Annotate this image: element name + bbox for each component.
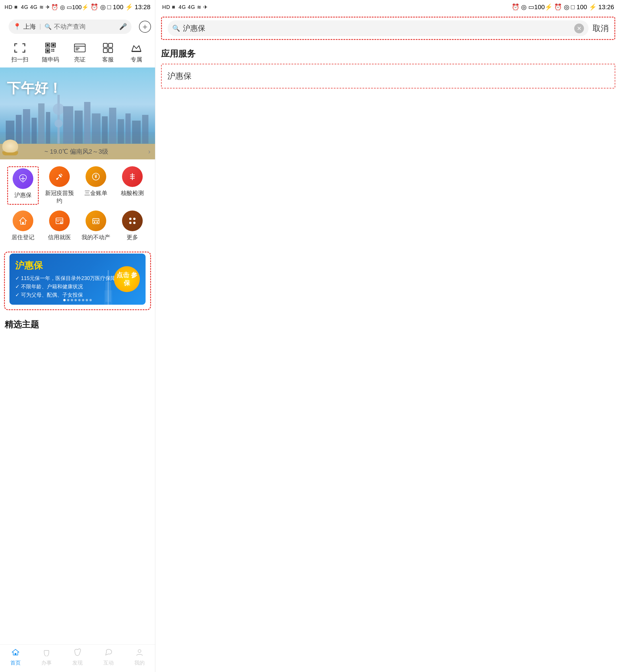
clock-icon: ⏰ [51,4,58,11]
svg-rect-25 [109,48,113,52]
svg-rect-31 [23,109,30,144]
work-icon [42,648,50,658]
search-divider [40,24,40,30]
service-grid: 沪惠保 新冠疫苗预约 ¥ 三金账单 核酸检测 [0,162,155,251]
service-item-property[interactable]: 我的不动产 [80,210,112,241]
service-item-credit[interactable]: 信用就医 [44,210,75,241]
svg-point-82 [138,649,141,653]
dot-8 [90,299,92,301]
svg-rect-68 [93,219,99,224]
quick-item-exclusive[interactable]: 专属 [129,42,144,64]
status-right: ⏰ ◎ ▭100⚡ ⏰ ◎ □ 100 ⚡ 13:28 [51,3,151,11]
svg-rect-70 [94,222,95,223]
quick-item-scan[interactable]: 扫一扫 [11,42,29,64]
nav-work[interactable]: 办事 [41,648,52,666]
weather-bar[interactable]: ~ 19.0℃ 偏南风2～3级 › [0,144,155,159]
dot-6 [82,299,84,301]
service-item-salary[interactable]: ¥ 三金账单 [80,166,112,205]
svg-marker-26 [132,46,141,51]
svg-rect-14 [51,49,52,50]
svg-rect-11 [52,44,54,46]
svg-rect-43 [109,108,116,144]
svg-rect-38 [63,106,73,144]
bottom-nav: 首页 办事 发现 互动 我的 [0,644,155,672]
location-icon: ◎ [60,4,65,11]
left-panel: HD◾ 4G 4G ≋ ✈ ⏰ ◎ ▭100⚡ ⏰ ◎ □ 100 ⚡ 13:2… [0,0,155,672]
scan-label: 扫一扫 [11,56,29,64]
dot-3 [71,299,73,301]
luhui-banner[interactable]: 沪惠保 ✓ 115元保一年，医保目录外230万医疗保障 ✓ 不限年龄、户籍和健康… [9,253,146,305]
right-time-display: ⏰ ◎ □ 100 ⚡ 13:26 [554,3,614,11]
dot-7 [86,299,88,301]
time-display: ⏰ ◎ □ 100 ⚡ 13:28 [90,3,151,11]
cancel-button[interactable]: 取消 [592,23,609,34]
vaccine-icon [49,166,70,187]
more-icon [122,210,143,231]
location-pin-icon: 📍 [13,23,21,31]
svg-rect-34 [46,112,50,144]
scan-icon [12,42,27,54]
svg-rect-1 [14,43,15,46]
svg-rect-33 [38,104,44,144]
quick-item-qrcode[interactable]: 随申码 [42,42,59,64]
nav-profile[interactable]: 我的 [134,648,145,666]
nav-home[interactable]: 首页 [10,648,21,666]
service-label: 客服 [102,56,114,64]
svg-rect-13 [46,50,49,52]
service-item-luhui[interactable]: 沪惠保 [7,166,39,205]
qrcode-icon [43,42,58,54]
service-item-residence[interactable]: 居住登记 [7,210,39,241]
service-row-1: 沪惠保 新冠疫苗预约 ¥ 三金账单 核酸检测 [5,166,151,205]
right-clock-icon: ⏰ [511,3,520,11]
service-item-vaccine[interactable]: 新冠疫苗预约 [44,166,75,205]
search-bar[interactable]: 📍 上海 🔍 不动产查询 🎤 [9,19,131,34]
svg-point-53 [56,178,58,180]
search-value: 沪惠保 [183,23,571,33]
svg-text:¥: ¥ [94,174,97,179]
quick-item-service[interactable]: 客服 [100,42,115,64]
service-row-2: 居住登记 信用就医 我的不动产 更多 [5,210,151,241]
section-heading: 应用服务 [155,42,621,64]
quick-item-cert[interactable]: 亮证 [72,42,87,64]
svg-rect-9 [46,44,49,46]
svg-rect-5 [14,52,17,52]
svg-rect-42 [102,116,108,144]
cert-icon [72,42,87,54]
residence-icon [13,210,33,231]
service-item-nucleic[interactable]: 核酸检测 [117,166,148,205]
location-text: 上海 [23,23,36,31]
svg-point-36 [53,104,64,115]
weather-text: ~ 19.0℃ 偏南风2～3级 [5,147,148,156]
svg-rect-24 [104,48,108,52]
service-item-more[interactable]: 更多 [117,210,148,241]
svg-rect-40 [84,102,90,144]
svg-point-72 [129,218,131,220]
home-icon [11,648,19,658]
banner-cta-button[interactable]: 点击 参保 [114,266,140,292]
dot-5 [78,299,81,301]
svg-rect-64 [57,221,59,222]
svg-point-73 [133,218,135,220]
right-battery-icon: ▭100⚡ [528,3,553,11]
nav-discover[interactable]: 发现 [72,648,83,666]
clear-button[interactable]: ✕ [574,24,584,33]
svg-rect-15 [53,49,54,50]
mic-icon[interactable]: 🎤 [119,23,127,31]
add-button[interactable]: ＋ [139,21,151,33]
vaccine-label: 新冠疫苗预约 [44,189,75,205]
profile-icon [135,648,143,658]
property-label: 我的不动产 [82,234,110,241]
luhui-label: 沪惠保 [14,191,32,199]
search-result-item[interactable]: 沪惠保 [161,64,615,88]
discover-icon [74,648,82,658]
city-skyline [0,86,155,144]
nav-interact[interactable]: 互动 [104,648,114,666]
banner-highlight: 沪惠保 ✓ 115元保一年，医保目录外230万医疗保障 ✓ 不限年龄、户籍和健康… [4,251,151,310]
search-icon: 🔍 [44,23,52,30]
right-search-input[interactable]: 🔍 沪惠保 ✕ [168,21,588,36]
battery-icon: ▭100⚡ [67,4,89,11]
svg-rect-35 [57,95,60,144]
svg-rect-17 [53,50,54,52]
left-status-bar: HD◾ 4G 4G ≋ ✈ ⏰ ◎ ▭100⚡ ⏰ ◎ □ 100 ⚡ 13:2… [0,0,155,14]
svg-rect-47 [142,115,149,144]
